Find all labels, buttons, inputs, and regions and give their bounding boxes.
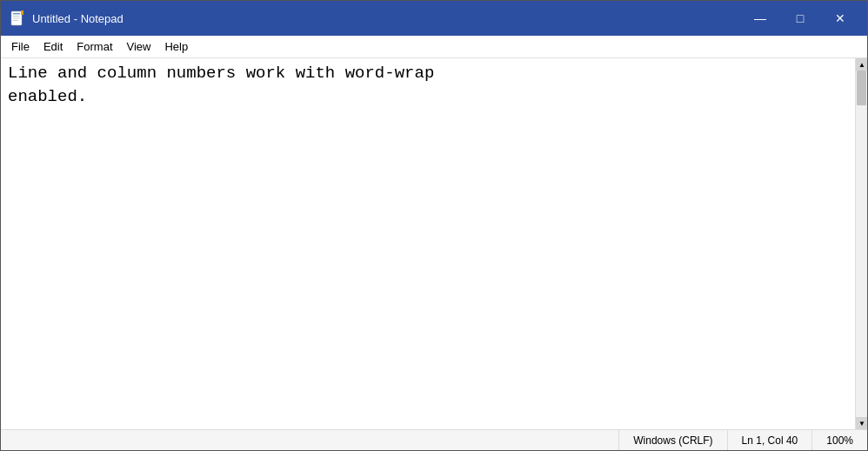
svg-rect-2 (13, 16, 20, 17)
notepad-icon (10, 10, 25, 26)
vertical-scrollbar[interactable]: ▲ ▼ (855, 58, 867, 429)
menu-format[interactable]: Format (70, 38, 119, 55)
notepad-window: Untitled - Notepad — □ ✕ File Edit Forma… (0, 0, 868, 451)
title-bar: Untitled - Notepad — □ ✕ (1, 1, 867, 36)
title-bar-left: Untitled - Notepad (10, 10, 124, 26)
cursor-position-label: Ln 1, Col 40 (742, 434, 798, 447)
zoom-label: 100% (826, 434, 853, 447)
svg-rect-1 (13, 13, 20, 15)
menu-view[interactable]: View (120, 38, 158, 55)
svg-rect-4 (13, 20, 18, 21)
scroll-up-button[interactable]: ▲ (856, 58, 867, 71)
svg-rect-5 (21, 10, 23, 15)
zoom-section: 100% (811, 430, 867, 450)
close-button[interactable]: ✕ (820, 4, 860, 32)
editor-area: Line and column numbers work with word-w… (1, 58, 867, 429)
scrollbar-thumb[interactable] (857, 71, 866, 105)
title-bar-controls: — □ ✕ (740, 4, 860, 32)
line-ending-section: Windows (CRLF) (618, 430, 726, 450)
line-ending-label: Windows (CRLF) (633, 434, 712, 447)
text-editor[interactable]: Line and column numbers work with word-w… (1, 58, 855, 429)
window-title: Untitled - Notepad (32, 12, 124, 25)
scroll-down-button[interactable]: ▼ (856, 417, 867, 429)
scrollbar-track[interactable] (856, 71, 867, 417)
menu-bar: File Edit Format View Help (1, 36, 867, 58)
svg-rect-3 (13, 18, 20, 19)
menu-help[interactable]: Help (157, 38, 195, 55)
maximize-button[interactable]: □ (780, 4, 820, 32)
status-bar: Windows (CRLF) Ln 1, Col 40 100% (1, 429, 867, 450)
menu-edit[interactable]: Edit (37, 38, 70, 55)
minimize-button[interactable]: — (740, 4, 780, 32)
menu-file[interactable]: File (4, 38, 37, 55)
cursor-position-section: Ln 1, Col 40 (727, 430, 812, 450)
